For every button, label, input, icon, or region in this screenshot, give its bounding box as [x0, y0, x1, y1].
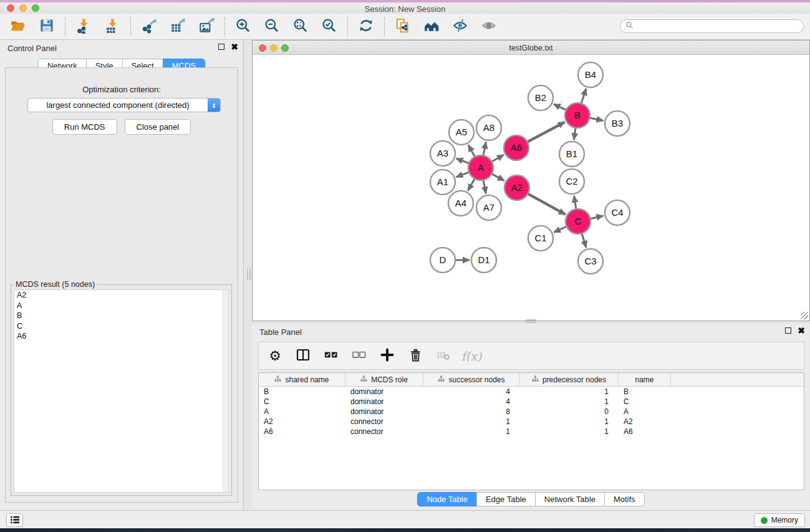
- export-image-button[interactable]: [197, 17, 216, 36]
- graph-node-A2[interactable]: A2: [504, 175, 529, 200]
- import-table-button[interactable]: [103, 17, 122, 36]
- table-cell[interactable]: connector: [345, 417, 423, 426]
- mcds-result-item[interactable]: C: [14, 321, 228, 332]
- close-panel-icon[interactable]: ✖: [231, 44, 238, 50]
- graph-node-C1[interactable]: C1: [528, 226, 553, 251]
- table-row[interactable]: A6connector11A6: [259, 427, 804, 437]
- window-resize-grip[interactable]: [801, 312, 808, 319]
- run-mcds-button[interactable]: Run MCDS: [52, 119, 117, 135]
- mcds-list-scrollbar[interactable]: [223, 290, 228, 492]
- table-cell[interactable]: A: [619, 407, 671, 416]
- graph-node-B3[interactable]: B3: [605, 111, 630, 136]
- graph-node-C[interactable]: C: [566, 209, 591, 234]
- graph-node-B[interactable]: B: [565, 103, 590, 128]
- memory-button[interactable]: Memory: [754, 513, 805, 527]
- table-cell[interactable]: A2: [619, 417, 671, 426]
- save-session-button[interactable]: [37, 17, 56, 36]
- graph-node-B1[interactable]: B1: [559, 142, 584, 167]
- graph-node-C2[interactable]: C2: [559, 169, 584, 194]
- graph-node-A7[interactable]: A7: [476, 195, 501, 220]
- mcds-result-item[interactable]: B: [14, 311, 228, 321]
- table-cell[interactable]: 4: [423, 397, 520, 406]
- table-cell[interactable]: dominator: [345, 397, 423, 406]
- column-header-successor-nodes[interactable]: successor nodes: [423, 373, 520, 386]
- column-header-MCDS-role[interactable]: MCDS role: [345, 373, 423, 386]
- import-network-button[interactable]: [74, 17, 93, 36]
- table-cell[interactable]: 1: [520, 427, 619, 436]
- delete-table-button[interactable]: [435, 347, 452, 365]
- zoom-out-button[interactable]: [263, 17, 281, 36]
- mcds-result-item[interactable]: A2: [14, 290, 228, 301]
- table-cell[interactable]: 1: [520, 397, 619, 406]
- table-cell[interactable]: 1: [520, 387, 619, 396]
- open-session-button[interactable]: [9, 17, 27, 36]
- graph-edge-B-B1[interactable]: [574, 128, 576, 140]
- task-history-button[interactable]: [6, 513, 23, 527]
- vertical-splitter-handle[interactable]: [247, 269, 251, 280]
- search-text-field[interactable]: [637, 22, 798, 31]
- graph-edge-A-A3[interactable]: [456, 158, 470, 163]
- mcds-result-list[interactable]: A2ABCA6: [14, 289, 229, 493]
- export-table-button[interactable]: [168, 17, 187, 36]
- criterion-dropdown[interactable]: largest connected component (directed) ▲…: [27, 98, 221, 112]
- graph-edge-A-A4[interactable]: [468, 178, 475, 191]
- graph-edge-A-A2[interactable]: [492, 174, 504, 181]
- graph-edge-A-A6[interactable]: [491, 155, 504, 162]
- create-column-button[interactable]: [378, 347, 396, 365]
- select-all-columns-button[interactable]: [322, 347, 340, 365]
- table-tab-motifs[interactable]: Motifs: [604, 492, 645, 506]
- graph-node-B2[interactable]: B2: [528, 85, 553, 110]
- column-header-predecessor-nodes[interactable]: predecessor nodes: [520, 373, 619, 386]
- table-cell[interactable]: 1: [423, 417, 520, 426]
- close-panel-button[interactable]: Close panel: [125, 119, 191, 135]
- graph-edge-A2-C[interactable]: [528, 194, 566, 215]
- graph-edge-A-A1[interactable]: [456, 172, 470, 177]
- graph-edge-A6-B[interactable]: [528, 122, 565, 142]
- close-table-panel-icon[interactable]: ✖: [798, 327, 805, 334]
- table-row[interactable]: Bdominator41B: [259, 387, 804, 397]
- table-cell[interactable]: dominator: [345, 407, 423, 416]
- function-builder-button[interactable]: f(x): [463, 347, 480, 365]
- table-cell[interactable]: C: [259, 397, 345, 406]
- table-row[interactable]: A2connector11A2: [259, 417, 804, 427]
- show-columns-button[interactable]: [294, 347, 312, 365]
- mcds-result-item[interactable]: A: [14, 301, 228, 311]
- table-cell[interactable]: C: [619, 397, 671, 406]
- table-settings-button[interactable]: ⚙: [266, 347, 284, 365]
- graph-node-C4[interactable]: C4: [605, 200, 630, 225]
- table-cell[interactable]: connector: [345, 427, 423, 436]
- table-cell[interactable]: 8: [423, 407, 520, 416]
- table-tab-node-table[interactable]: Node Table: [417, 492, 477, 506]
- graph-node-A1[interactable]: A1: [430, 170, 455, 195]
- graph-edge-B-B4[interactable]: [581, 89, 586, 104]
- table-cell[interactable]: A6: [619, 427, 671, 436]
- deselect-all-columns-button[interactable]: [350, 347, 368, 365]
- graph-node-A3[interactable]: A3: [430, 141, 455, 166]
- new-network-from-selection-button[interactable]: [393, 17, 412, 36]
- table-cell[interactable]: 0: [520, 407, 619, 416]
- network-graph[interactable]: B4B2BB3A5A8A6B1A3AC2A1A2A4A7C4CC1C3DD1: [253, 55, 809, 321]
- table-cell[interactable]: A: [259, 407, 345, 416]
- mcds-result-item[interactable]: A6: [14, 331, 228, 342]
- search-input[interactable]: [620, 19, 804, 33]
- horizontal-splitter-handle[interactable]: [525, 319, 536, 323]
- table-cell[interactable]: B: [619, 387, 671, 396]
- graph-edge-A-A5[interactable]: [468, 145, 475, 157]
- graph-node-A5[interactable]: A5: [449, 120, 474, 145]
- graph-edge-C-C3[interactable]: [582, 233, 586, 248]
- graph-node-C3[interactable]: C3: [578, 249, 603, 274]
- graph-edge-C-C2[interactable]: [574, 196, 576, 210]
- column-header-shared-name[interactable]: shared name: [259, 373, 345, 386]
- graph-edge-A-A7[interactable]: [483, 180, 486, 194]
- network-window-titlebar[interactable]: testGlobe.txt: [253, 41, 809, 55]
- float-panel-icon[interactable]: [218, 44, 224, 50]
- table-cell[interactable]: A2: [259, 417, 345, 426]
- column-header-name[interactable]: name: [619, 373, 671, 386]
- graph-node-B4[interactable]: B4: [578, 62, 603, 87]
- graph-edge-C-C1[interactable]: [554, 226, 567, 232]
- table-cell[interactable]: 1: [423, 427, 520, 436]
- graph-node-A[interactable]: A: [468, 155, 493, 180]
- graph-edge-C-C4[interactable]: [591, 216, 604, 219]
- graph-edge-A-A8[interactable]: [483, 142, 486, 156]
- zoom-fit-button[interactable]: [291, 17, 310, 36]
